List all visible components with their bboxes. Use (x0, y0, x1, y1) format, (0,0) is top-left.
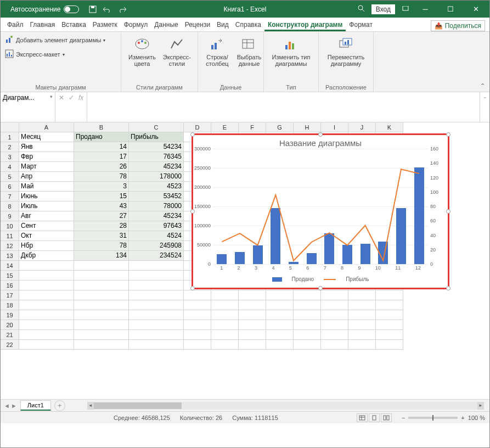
column-header[interactable]: K (376, 122, 403, 132)
cell[interactable]: Месяц (19, 132, 74, 142)
cell[interactable]: Май (19, 182, 74, 192)
search-icon[interactable] (357, 4, 365, 14)
row-header[interactable]: 21 (1, 330, 19, 340)
formula-input[interactable] (87, 92, 480, 122)
normal-view-icon[interactable] (357, 413, 368, 422)
cell[interactable] (266, 300, 294, 310)
cell[interactable]: 4523 (129, 182, 184, 192)
chart-title[interactable]: Название диаграммы (193, 135, 448, 149)
ribbon-options-icon[interactable] (402, 5, 409, 13)
cell[interactable] (129, 330, 184, 340)
cell[interactable] (211, 310, 239, 320)
ribbon-tab[interactable]: Вставка (58, 18, 89, 31)
cell[interactable] (266, 340, 294, 350)
cell[interactable] (129, 310, 184, 320)
ribbon-tab[interactable]: Конструктор диаграмм (264, 18, 346, 31)
cell[interactable] (74, 290, 129, 300)
cell[interactable] (294, 310, 321, 320)
move-chart-button[interactable]: Переместить диаграмму (323, 34, 369, 68)
cell[interactable] (211, 320, 239, 330)
collapse-ribbon-icon[interactable]: ⌃ (480, 82, 485, 89)
undo-icon[interactable] (102, 5, 112, 13)
cell[interactable]: 97643 (129, 221, 184, 231)
cell[interactable] (348, 310, 376, 320)
cell[interactable] (294, 330, 321, 340)
cell[interactable] (294, 290, 321, 300)
cell[interactable]: 76345 (129, 152, 184, 162)
minimize-icon[interactable]: ─ (416, 5, 435, 13)
cell[interactable]: 134 (74, 251, 129, 261)
cell[interactable] (19, 320, 74, 330)
cancel-icon[interactable]: ✕ (59, 94, 64, 102)
add-chart-element-button[interactable]: Добавить элемент диаграммы ▾ (5, 34, 116, 46)
cell[interactable] (19, 300, 74, 310)
ribbon-tab[interactable]: Справка (232, 18, 264, 31)
cell[interactable] (74, 300, 129, 310)
cell[interactable] (19, 290, 74, 300)
redo-icon[interactable] (117, 5, 127, 13)
cell[interactable] (294, 340, 321, 350)
cell[interactable] (376, 290, 403, 300)
cell[interactable] (376, 320, 403, 330)
cell[interactable] (321, 310, 348, 320)
cell[interactable]: 28 (74, 221, 129, 231)
cell[interactable]: 78 (74, 172, 129, 182)
row-header[interactable]: 14 (1, 261, 19, 271)
zoom-level[interactable]: 100 % (468, 415, 485, 421)
share-button[interactable]: 📤 Поделиться (431, 20, 485, 31)
row-header[interactable]: 20 (1, 320, 19, 330)
cell[interactable]: 14 (74, 142, 129, 152)
expand-formula-icon[interactable]: ⌄ (480, 92, 489, 122)
column-header[interactable]: F (239, 122, 266, 132)
cell[interactable] (211, 340, 239, 350)
cell[interactable] (376, 310, 403, 320)
cell[interactable] (266, 310, 294, 320)
cell[interactable] (348, 340, 376, 350)
cell[interactable]: 3 (74, 182, 129, 192)
cell[interactable]: Окт (19, 231, 74, 241)
cell[interactable] (129, 281, 184, 290)
cell[interactable]: 53452 (129, 192, 184, 201)
ribbon-tab[interactable]: Разметк (89, 18, 121, 31)
row-header[interactable]: 11 (1, 231, 19, 241)
cell[interactable]: 15 (74, 192, 129, 201)
chart-plot-area[interactable]: 050000100000150000200000250000300000 020… (213, 149, 428, 264)
column-header[interactable]: G (266, 122, 294, 132)
cell[interactable]: Продано (74, 132, 129, 142)
row-header[interactable]: 18 (1, 300, 19, 310)
cell[interactable] (74, 310, 129, 320)
row-header[interactable]: 2 (1, 142, 19, 152)
cell[interactable] (74, 261, 129, 271)
change-colors-button[interactable]: Изменить цвета (126, 34, 159, 68)
cell[interactable] (239, 340, 266, 350)
page-break-view-icon[interactable] (381, 413, 392, 422)
cell[interactable]: 234524 (129, 251, 184, 261)
cell[interactable] (294, 300, 321, 310)
cell[interactable] (211, 290, 239, 300)
name-box[interactable]: Диаграм... ▾ (1, 92, 55, 122)
resize-handle[interactable] (190, 132, 195, 137)
row-header[interactable]: 6 (1, 182, 19, 192)
ribbon-tab[interactable]: Вид (213, 18, 232, 31)
change-chart-type-button[interactable]: Изменить тип диаграммы (268, 34, 314, 68)
cell[interactable] (239, 300, 266, 310)
cell[interactable] (184, 340, 211, 350)
cell[interactable]: Март (19, 162, 74, 172)
cell[interactable] (184, 310, 211, 320)
prev-sheet-icon[interactable]: ◄ (4, 402, 10, 409)
cell[interactable]: 27 (74, 211, 129, 221)
fx-icon[interactable]: fx (78, 94, 83, 102)
cell[interactable]: 78 (74, 241, 129, 251)
row-header[interactable]: 3 (1, 152, 19, 162)
row-header[interactable]: 5 (1, 172, 19, 182)
autosave-toggle[interactable]: Автосохранение (10, 5, 79, 13)
cell[interactable] (321, 300, 348, 310)
cell[interactable]: 17 (74, 152, 129, 162)
chart-legend[interactable]: Продано Прибыль (193, 276, 448, 282)
cell[interactable] (129, 340, 184, 350)
cell[interactable]: Апр (19, 172, 74, 182)
cell[interactable] (321, 320, 348, 330)
cell[interactable] (321, 330, 348, 340)
cell[interactable] (74, 281, 129, 290)
cell[interactable] (266, 330, 294, 340)
